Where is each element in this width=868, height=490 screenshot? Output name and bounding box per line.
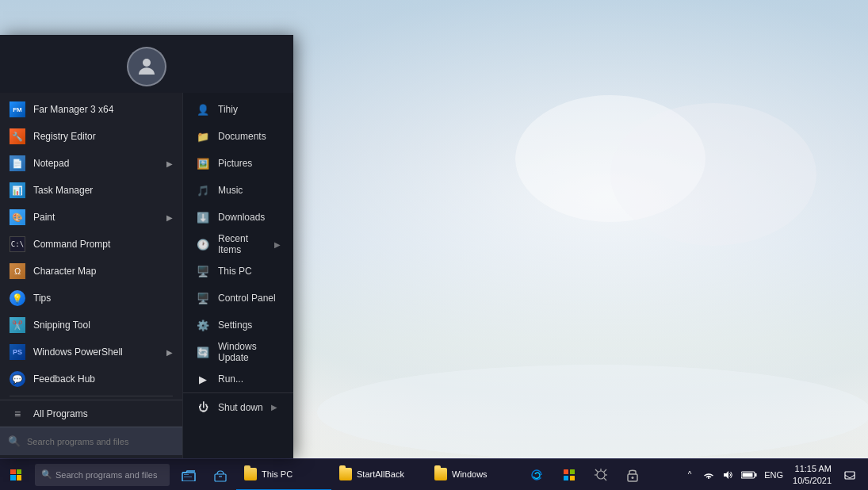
tihiy-label: Tihiy xyxy=(218,104,281,115)
recent-icon: 🕐 xyxy=(196,237,210,251)
recent-arrow: ▶ xyxy=(274,240,281,249)
svg-line-18 xyxy=(604,478,606,480)
search-taskbar-icon: 🔍 xyxy=(41,469,52,480)
svg-rect-10 xyxy=(570,469,575,474)
taskmgr-icon: 📊 xyxy=(10,182,25,198)
clock-time: 11:15 AM xyxy=(795,463,832,474)
search-taskbar[interactable]: 🔍 Search programs and files xyxy=(35,464,170,486)
taskbar-right: ^ xyxy=(680,459,868,491)
all-programs-icon: ≡ xyxy=(10,406,25,422)
documents-icon: 📁 xyxy=(196,129,210,144)
right-item-windows-update[interactable]: 🔄 Windows Update xyxy=(183,339,293,366)
menu-item-task-manager[interactable]: 📊 Task Manager xyxy=(0,177,182,204)
settings-icon: ⚙️ xyxy=(196,318,210,332)
menu-item-feedback-hub[interactable]: 💬 Feedback Hub xyxy=(0,366,182,392)
svg-point-4 xyxy=(143,59,151,67)
right-panel: 👤 Tihiy 📁 Documents 🖼️ Pictures xyxy=(182,93,293,458)
right-item-recent[interactable]: 🕐 Recent Items ▶ xyxy=(183,231,293,258)
all-programs-label: All Programs xyxy=(33,408,88,419)
tray-battery-icon[interactable] xyxy=(737,459,761,491)
menu-item-tips[interactable]: 💡 Tips xyxy=(0,285,182,312)
menu-item-powershell[interactable]: PS Windows PowerShell ▶ xyxy=(0,339,182,366)
right-item-settings[interactable]: ⚙️ Settings xyxy=(183,312,293,339)
clock-date: 10/5/2021 xyxy=(793,475,832,486)
menu-item-registry-editor[interactable]: 🔧 Registry Editor xyxy=(0,123,182,150)
svg-rect-12 xyxy=(570,476,575,480)
shutdown-item[interactable]: ⏻ Shut down ▶ xyxy=(183,392,293,421)
taskbar-windows-store[interactable] xyxy=(553,459,585,491)
menu-item-far-manager[interactable]: FM Far Manager 3 x64 xyxy=(0,96,182,123)
startallback-window-label: StartAllBack xyxy=(357,469,404,479)
user-area[interactable] xyxy=(0,35,293,93)
taskbar-store[interactable] xyxy=(205,459,236,491)
svg-point-21 xyxy=(632,477,634,479)
taskbar-windows-folder-window[interactable]: Windows xyxy=(426,459,522,491)
clock[interactable]: 11:15 AM 10/5/2021 xyxy=(786,459,838,491)
folder-windows-icon xyxy=(434,468,447,480)
tray-network-icon[interactable] xyxy=(699,459,718,491)
file-explorer-icon xyxy=(182,469,196,481)
menu-item-command-prompt[interactable]: C:\ Command Prompt xyxy=(0,231,182,258)
taskbar-startallback-window[interactable]: StartAllBack xyxy=(331,459,426,491)
character-map-label: Character Map xyxy=(33,266,173,277)
right-item-music[interactable]: 🎵 Music xyxy=(183,177,293,204)
ps-icon: PS xyxy=(10,344,25,360)
right-item-documents[interactable]: 📁 Documents xyxy=(183,123,293,150)
tips-icon: 💡 xyxy=(10,290,25,306)
registry-editor-label: Registry Editor xyxy=(33,131,173,142)
downloads-icon: ⬇️ xyxy=(196,210,210,224)
tihiy-user-icon: 👤 xyxy=(196,102,210,117)
taskbar-lock[interactable] xyxy=(617,459,648,491)
paint-icon: 🎨 xyxy=(10,209,25,225)
right-item-tihiy[interactable]: 👤 Tihiy xyxy=(183,96,293,123)
all-programs-item[interactable]: ≡ All Programs xyxy=(0,400,182,427)
music-label: Music xyxy=(218,185,281,196)
svg-rect-24 xyxy=(755,473,757,477)
folder-this-pc-icon xyxy=(244,468,257,480)
windows-update-label: Windows Update xyxy=(218,341,281,363)
menu-item-character-map[interactable]: Ω Character Map xyxy=(0,258,182,285)
svg-rect-7 xyxy=(184,477,192,477)
taskbar-this-pc-window[interactable]: This PC xyxy=(236,459,331,491)
music-icon: 🎵 xyxy=(196,183,210,197)
desktop: FM Far Manager 3 x64 🔧 Registry Editor 📄 xyxy=(0,0,868,490)
start-menu: FM Far Manager 3 x64 🔧 Registry Editor 📄 xyxy=(0,35,293,458)
svg-point-3 xyxy=(317,365,868,458)
right-item-downloads[interactable]: ⬇️ Downloads xyxy=(183,204,293,231)
right-item-this-pc[interactable]: 🖥️ This PC xyxy=(183,258,293,285)
tray-chevron[interactable]: ^ xyxy=(680,459,699,491)
avatar[interactable] xyxy=(127,47,166,86)
user-avatar-icon xyxy=(135,55,159,78)
right-item-pictures[interactable]: 🖼️ Pictures xyxy=(183,150,293,177)
controlpanel-icon: 🖥️ xyxy=(196,291,210,305)
svg-point-2 xyxy=(610,103,816,246)
menu-item-paint[interactable]: 🎨 Paint ▶ xyxy=(0,204,182,231)
recent-items-label: Recent Items xyxy=(218,233,266,255)
charmap-icon: Ω xyxy=(10,263,25,279)
tray-volume-icon[interactable] xyxy=(718,459,737,491)
this-pc-window-label: This PC xyxy=(262,469,293,479)
svg-marker-22 xyxy=(724,471,728,479)
tips-label: Tips xyxy=(33,293,173,304)
taskbar-edge[interactable] xyxy=(522,459,553,491)
right-item-run[interactable]: ▶ Run... xyxy=(183,366,293,392)
tray-notifications-icon[interactable] xyxy=(838,459,862,491)
svg-line-14 xyxy=(595,469,598,472)
tray-language[interactable]: ENG xyxy=(761,459,786,491)
menu-item-snipping-tool[interactable]: ✂️ Snipping Tool xyxy=(0,312,182,339)
lock-icon xyxy=(626,468,639,482)
notepad-arrow: ▶ xyxy=(166,159,173,168)
this-pc-label: This PC xyxy=(218,266,281,277)
menu-item-notepad[interactable]: 📄 Notepad ▶ xyxy=(0,150,182,177)
right-item-control-panel[interactable]: 🖥️ Control Panel xyxy=(183,285,293,312)
shutdown-arrow: ▶ xyxy=(271,403,277,412)
paint-arrow: ▶ xyxy=(166,213,173,222)
start-button[interactable] xyxy=(0,459,32,491)
taskbar-file-explorer[interactable] xyxy=(173,459,205,491)
feedback-hub-label: Feedback Hub xyxy=(33,373,173,385)
search-input-menu[interactable] xyxy=(27,437,174,446)
store-icon xyxy=(213,468,228,482)
thispc-icon: 🖥️ xyxy=(196,264,210,278)
far-manager-label: Far Manager 3 x64 xyxy=(33,104,173,115)
taskbar-search-spider[interactable] xyxy=(585,459,617,491)
